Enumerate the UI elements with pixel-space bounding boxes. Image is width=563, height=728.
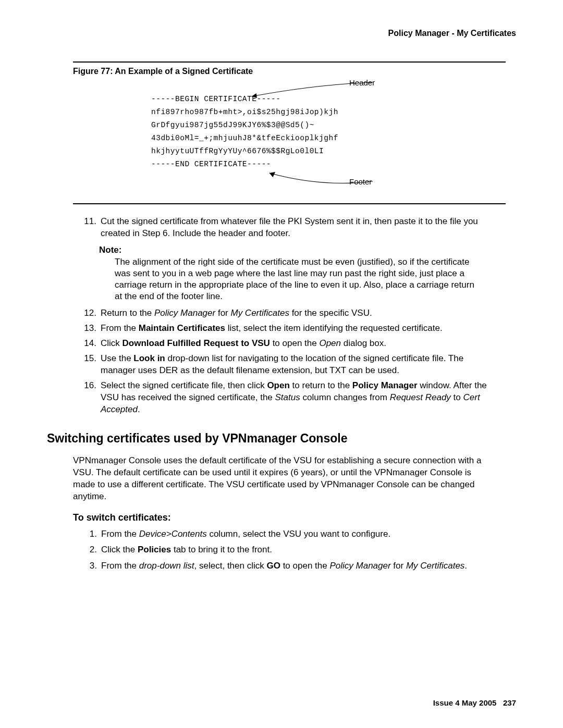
step-body: Return to the Policy Manager for My Cert…: [101, 307, 495, 319]
figure-label-footer: Footer: [349, 177, 372, 186]
text: From the: [101, 323, 139, 333]
text: From the: [101, 561, 139, 571]
sub-heading: To switch certificates:: [73, 512, 516, 523]
text: .: [138, 404, 140, 414]
step-body: Cut the signed certificate from whatever…: [101, 216, 495, 240]
text: to open the: [270, 338, 320, 348]
text: to return to the: [290, 380, 352, 390]
footer-page-number: 237: [503, 698, 516, 707]
text: Return to the: [101, 308, 154, 318]
step-body: Click Download Fulfilled Request to VSU …: [101, 338, 495, 350]
step-number: 15.: [76, 353, 101, 377]
text: Select the signed certificate file, then…: [101, 380, 267, 390]
step-body: From the Maintain Certificates list, sel…: [101, 323, 495, 335]
italic: Open: [319, 338, 341, 348]
text: for the specific VSU.: [289, 308, 372, 318]
text: From the: [101, 529, 139, 539]
step-12: 12. Return to the Policy Manager for My …: [76, 307, 495, 319]
text: for: [391, 561, 406, 571]
figure-caption: Figure 77: An Example of a Signed Certif…: [73, 67, 506, 76]
text: for: [215, 308, 230, 318]
text: to: [451, 392, 463, 402]
step-number: 11.: [76, 216, 101, 240]
cert-line-3: GrDfgyui987jg55dJ99KJY6%$3@@Sd5()~: [151, 121, 314, 129]
step-body: Click the Policies tab to bring it to th…: [101, 544, 485, 556]
text: Use the: [101, 353, 133, 363]
italic: My Certificates: [230, 308, 289, 318]
figure-label-header: Header: [349, 78, 375, 87]
step-number: 2.: [83, 544, 101, 556]
bold: GO: [266, 561, 280, 571]
figure-area: Header Footer -----BEGIN CERTIFICATE----…: [151, 78, 506, 198]
text: Click: [101, 338, 123, 348]
step-body: Use the Look in drop-down list for navig…: [101, 353, 495, 377]
text: list, select the item identifying the re…: [225, 323, 443, 333]
text: column, select the VSU you want to confi…: [207, 529, 390, 539]
section-heading: Switching certificates used by VPNmanage…: [47, 431, 516, 446]
step-number: 16.: [76, 380, 101, 416]
step-16: 16. Select the signed certificate file, …: [76, 380, 495, 416]
substep-3: 3. From the drop-down list, select, then…: [83, 560, 485, 572]
text: dialog box.: [341, 338, 386, 348]
step-15: 15. Use the Look in drop-down list for n…: [76, 353, 495, 377]
step-number: 13.: [76, 323, 101, 335]
text: , select, then click: [194, 561, 267, 571]
italic: Policy Manager: [154, 308, 215, 318]
italic: Policy Manager: [329, 561, 390, 571]
bold: Policies: [138, 545, 171, 554]
page-footer: Issue 4 May 2005 237: [433, 698, 516, 707]
bold: Look in: [133, 353, 165, 363]
bold: Open: [267, 380, 289, 390]
cert-line-4: 43dbi0oMl=_+;mhjuuhJ8*&tfeEckiooplkjghf: [151, 134, 338, 142]
bold: Maintain Certificates: [139, 323, 225, 333]
italic: My Certificates: [406, 561, 464, 571]
bold: Policy Manager: [352, 380, 418, 390]
text: column changes from: [300, 392, 390, 402]
step-13: 13. From the Maintain Certificates list,…: [76, 323, 495, 335]
text: tab to bring it to the front.: [171, 545, 272, 554]
step-11: 11. Cut the signed certificate from what…: [76, 216, 495, 240]
italic: Status: [275, 392, 300, 402]
cert-line-2: nfi897rho987fb+mht>,oi$s25hgj98iJop)kjh: [151, 108, 338, 116]
text: Click the: [101, 545, 138, 554]
bold: Download Fulfilled Request to VSU: [123, 338, 270, 348]
step-number: 1.: [83, 528, 101, 540]
note-label: Note:: [99, 245, 495, 255]
substep-1: 1. From the Device>Contents column, sele…: [83, 528, 485, 540]
cert-line-5: hkjhyytuUTffRgYyYUy^6676%$$RgLo0l0LI: [151, 147, 324, 155]
italic: Device>Contents: [139, 529, 207, 539]
italic: drop-down list: [139, 561, 194, 571]
step-body: From the Device>Contents column, select …: [101, 528, 485, 540]
step-number: 3.: [83, 560, 101, 572]
cert-line-1: -----BEGIN CERTIFICATE-----: [151, 95, 280, 103]
section-paragraph: VPNmanager Console uses the default cert…: [73, 455, 495, 503]
step-number: 14.: [76, 338, 101, 350]
footer-issue: Issue 4 May 2005: [433, 698, 497, 707]
substep-2: 2. Click the Policies tab to bring it to…: [83, 544, 485, 556]
step-body: Select the signed certificate file, then…: [101, 380, 495, 416]
text: .: [464, 561, 467, 571]
step-14: 14. Click Download Fulfilled Request to …: [76, 338, 495, 350]
running-header: Policy Manager - My Certificates: [47, 29, 516, 38]
note-body: The alignment of the right side of the c…: [115, 256, 480, 302]
step-number: 12.: [76, 307, 101, 319]
italic: Request Ready: [390, 392, 451, 402]
cert-line-6: -----END CERTIFICATE-----: [151, 160, 271, 168]
text: to open the: [280, 561, 330, 571]
page-root: Policy Manager - My Certificates Figure …: [0, 0, 563, 728]
step-body: From the drop-down list, select, then cl…: [101, 560, 485, 572]
figure-block: Figure 77: An Example of a Signed Certif…: [73, 61, 506, 204]
